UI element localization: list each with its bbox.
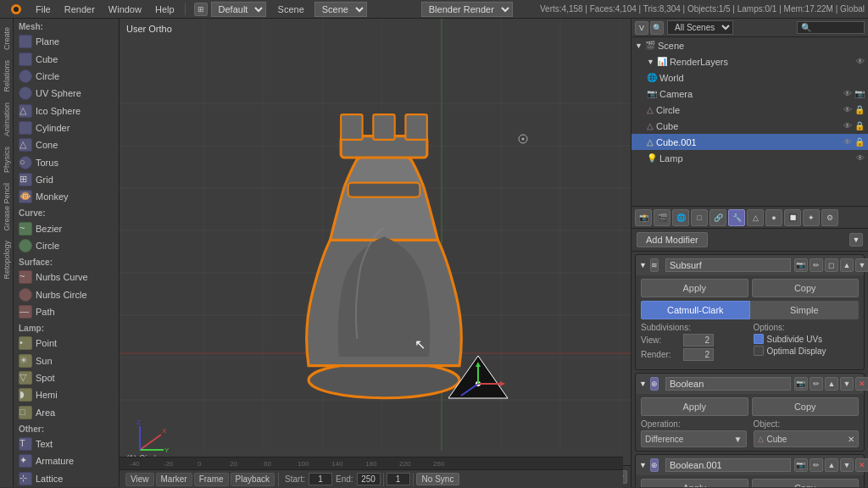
- add-plane-btn[interactable]: Plane: [14, 33, 119, 50]
- help-menu[interactable]: Help: [148, 0, 181, 18]
- tab-retopology[interactable]: Retopology: [1, 236, 13, 285]
- boolean-render-btn[interactable]: 📷: [794, 377, 808, 391]
- current-frame-input[interactable]: 1: [387, 473, 410, 485]
- props-material-tab[interactable]: ●: [765, 209, 782, 226]
- subsurf-down-btn[interactable]: ▼: [855, 258, 868, 272]
- boolean-name-input[interactable]: [665, 377, 791, 391]
- props-world-tab[interactable]: 🌐: [672, 209, 689, 226]
- camera-eye[interactable]: 👁: [843, 89, 852, 98]
- add-lattice-btn[interactable]: ⊹ Lattice: [14, 470, 119, 487]
- add-spot-btn[interactable]: ▽ Spot: [14, 369, 119, 386]
- subsurf-up-btn[interactable]: ▲: [840, 258, 854, 272]
- outliner-circle[interactable]: △ Circle 👁 🔒: [632, 102, 868, 118]
- view-icon[interactable]: V: [635, 21, 648, 35]
- tab-grease-pencil[interactable]: Grease Pencil: [1, 178, 13, 236]
- add-point-btn[interactable]: • Point: [14, 335, 119, 352]
- view-btn[interactable]: View: [125, 473, 154, 486]
- boolean-up-btn[interactable]: ▲: [825, 377, 838, 391]
- subsurf-header[interactable]: ▼ ≋ 📷 ✏ ◻ ▲ ▼ ✕: [636, 255, 864, 275]
- blender-menu[interactable]: [3, 0, 29, 18]
- boolean-obj-clear[interactable]: ✕: [848, 435, 854, 444]
- outliner-camera[interactable]: 📷 Camera 👁 📷: [632, 86, 868, 102]
- tab-physics[interactable]: Physics: [1, 141, 13, 178]
- outliner-search-input[interactable]: [797, 21, 865, 34]
- boolean001-apply-btn[interactable]: Apply: [641, 479, 748, 487]
- boolean001-copy-btn[interactable]: Copy: [752, 479, 860, 487]
- boolean-delete-btn[interactable]: ✕: [855, 377, 868, 391]
- outliner-lamp[interactable]: 💡 Lamp 👁: [632, 150, 868, 166]
- circle-eye[interactable]: 👁: [843, 105, 852, 114]
- outliner-renderlayers[interactable]: ▼ 📊 RenderLayers 👁: [632, 53, 868, 69]
- boolean001-delete-btn[interactable]: ✕: [855, 458, 868, 472]
- add-modifier-button[interactable]: Add Modifier: [637, 232, 708, 247]
- render-engine-select[interactable]: Blender Render: [421, 2, 513, 17]
- add-cone-btn[interactable]: △ Cone: [14, 136, 119, 153]
- subsurf-render-btn[interactable]: 📷: [794, 258, 808, 272]
- start-frame-input[interactable]: 1: [309, 473, 332, 485]
- add-nurbs-curve-btn[interactable]: ~ Nurbs Curve: [14, 269, 119, 286]
- render-value-input[interactable]: [683, 348, 714, 361]
- add-sun-btn[interactable]: ☀ Sun: [14, 352, 119, 369]
- subsurf-name-input[interactable]: [665, 258, 791, 272]
- props-constraint-tab[interactable]: 🔗: [709, 209, 726, 226]
- props-data-tab[interactable]: △: [747, 209, 764, 226]
- add-area-btn[interactable]: □ Area: [14, 404, 119, 421]
- add-circle-btn[interactable]: Circle: [14, 68, 119, 85]
- file-menu[interactable]: File: [29, 0, 58, 18]
- cube001-restrict[interactable]: 🔒: [854, 137, 865, 147]
- simple-btn[interactable]: Simple: [750, 301, 860, 319]
- end-frame-input[interactable]: 250: [357, 473, 381, 485]
- boolean-edit-btn[interactable]: ✏: [810, 377, 823, 391]
- screen-layout-select[interactable]: Default: [211, 2, 266, 17]
- 3d-viewport[interactable]: User Ortho: [120, 19, 631, 487]
- boolean001-name-input[interactable]: [665, 458, 791, 472]
- outliner-cube[interactable]: △ Cube 👁 🔒: [632, 118, 868, 134]
- boolean-op-dropdown[interactable]: Difference ▼: [641, 430, 747, 447]
- props-object-tab[interactable]: □: [691, 209, 708, 226]
- boolean001-edit-btn[interactable]: ✏: [810, 458, 823, 472]
- props-particles-tab[interactable]: ✦: [803, 209, 820, 226]
- cube-restrict[interactable]: 🔒: [854, 121, 865, 130]
- circle-restrict[interactable]: 🔒: [854, 105, 865, 114]
- boolean001-render-btn[interactable]: 📷: [794, 458, 808, 472]
- cube001-eye[interactable]: 👁: [843, 137, 852, 147]
- outliner-cube001[interactable]: △ Cube.001 👁 🔒: [632, 134, 868, 150]
- add-icosphere-btn[interactable]: △ Ico Sphere: [14, 102, 119, 119]
- boolean-obj-input[interactable]: △ Cube ✕: [754, 430, 860, 447]
- subdivide-uvs-checkbox[interactable]: [754, 334, 764, 344]
- add-torus-btn[interactable]: ○ Torus: [14, 153, 119, 170]
- props-render-tab[interactable]: 📸: [635, 209, 652, 226]
- boolean-header[interactable]: ▼ ⊕ 📷 ✏ ▲ ▼ ✕: [636, 374, 864, 394]
- props-scene-tab[interactable]: 🎬: [654, 209, 670, 226]
- modifier-options-btn[interactable]: ▼: [849, 233, 863, 247]
- boolean001-down-btn[interactable]: ▼: [840, 458, 854, 472]
- lamp-eye[interactable]: 👁: [856, 153, 865, 163]
- marker-btn[interactable]: Marker: [156, 473, 192, 486]
- boolean-down-btn[interactable]: ▼: [840, 377, 854, 391]
- props-physics-tab[interactable]: ⚙: [821, 209, 838, 226]
- camera-render[interactable]: 📷: [854, 89, 865, 98]
- outliner-scene[interactable]: ▼ 🎬 Scene: [632, 37, 868, 53]
- boolean001-up-btn[interactable]: ▲: [825, 458, 838, 472]
- tab-relations[interactable]: Relations: [1, 55, 13, 97]
- scene-select-icon[interactable]: Scene: [311, 2, 370, 17]
- boolean-copy-btn[interactable]: Copy: [752, 397, 860, 416]
- outliner-world[interactable]: 🌐 World: [632, 69, 868, 86]
- add-circle-curve-btn[interactable]: Circle: [14, 237, 119, 254]
- scenes-select[interactable]: All Scenes: [667, 20, 733, 35]
- add-armature-btn[interactable]: ✦ Armature: [14, 452, 119, 469]
- add-monkey-btn[interactable]: 🐵 Monkey: [14, 188, 119, 205]
- search-icon[interactable]: 🔍: [650, 21, 664, 35]
- screen-layout-icon[interactable]: ⊞: [194, 3, 208, 16]
- render-menu[interactable]: Render: [58, 0, 102, 18]
- props-modifier-tab[interactable]: 🔧: [728, 209, 745, 226]
- add-text-btn[interactable]: T Text: [14, 435, 119, 452]
- optimal-display-checkbox[interactable]: [754, 346, 764, 356]
- add-nurbs-circle-btn[interactable]: Nurbs Circle: [14, 286, 119, 302]
- add-uvsphere-btn[interactable]: UV Sphere: [14, 85, 119, 102]
- add-path-btn[interactable]: — Path: [14, 303, 119, 320]
- tab-create[interactable]: Create: [1, 22, 13, 55]
- subsurf-apply-btn[interactable]: Apply: [641, 279, 748, 297]
- add-cylinder-btn[interactable]: Cylinder: [14, 119, 119, 136]
- subsurf-copy-btn[interactable]: Copy: [752, 279, 860, 297]
